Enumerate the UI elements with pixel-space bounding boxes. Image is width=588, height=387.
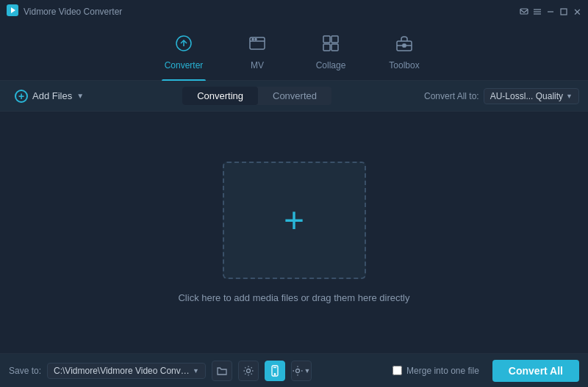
svg-rect-7: [561, 9, 567, 15]
close-btn[interactable]: ✕: [572, 7, 582, 17]
save-path-text: C:\Vidmore\Vidmore Video Converter\Conve…: [54, 366, 190, 376]
svg-rect-14: [331, 36, 338, 43]
tab-mv-label: MV: [251, 60, 264, 70]
drop-zone[interactable]: +: [223, 162, 366, 279]
merge-label: Merge into one file: [406, 366, 479, 376]
add-files-button[interactable]: + Add Files ▼: [9, 87, 90, 106]
message-btn[interactable]: [519, 7, 529, 17]
add-files-label: Add Files: [32, 90, 72, 101]
tab-collage[interactable]: Collage: [294, 23, 368, 81]
svg-point-12: [255, 38, 257, 40]
mv-icon: [248, 34, 267, 56]
svg-point-22: [274, 373, 276, 375]
save-path-wrapper[interactable]: C:\Vidmore\Vidmore Video Converter\Conve…: [47, 363, 206, 379]
title-bar-controls: ✕: [519, 7, 582, 17]
converting-converted-tabs: Converting Converted: [182, 87, 331, 105]
collage-icon: [321, 34, 340, 56]
svg-rect-2: [520, 9, 528, 14]
plus-icon: +: [284, 203, 304, 238]
maximize-btn[interactable]: [559, 7, 569, 17]
convert-all-to-label: Convert All to:: [424, 91, 479, 101]
merge-checkbox[interactable]: [392, 366, 402, 375]
save-to-label: Save to:: [9, 366, 41, 376]
svg-point-24: [296, 369, 300, 372]
open-folder-button[interactable]: [212, 361, 232, 381]
main-content: + Click here to add media files or drag …: [0, 112, 588, 353]
svg-point-20: [246, 369, 250, 372]
tab-toolbox[interactable]: Toolbox: [368, 23, 441, 81]
tab-toolbox-label: Toolbox: [389, 60, 419, 70]
converting-tab[interactable]: Converting: [182, 87, 258, 105]
title-bar-left: Vidmore Video Converter: [6, 4, 122, 20]
svg-point-11: [252, 38, 254, 40]
tab-collage-label: Collage: [316, 60, 346, 70]
format-dropdown[interactable]: AU-Lossl... Quality ▼: [484, 88, 579, 104]
tab-converter[interactable]: Converter: [147, 23, 220, 81]
footer: Save to: C:\Vidmore\Vidmore Video Conver…: [0, 353, 588, 387]
converted-tab[interactable]: Converted: [258, 87, 331, 105]
nav-tabs: Converter MV Collage: [0, 23, 588, 81]
tab-mv[interactable]: MV: [220, 23, 294, 81]
title-bar: Vidmore Video Converter ✕: [0, 0, 588, 23]
settings-button[interactable]: [238, 361, 259, 381]
minimize-btn[interactable]: [545, 7, 556, 17]
svg-rect-15: [323, 44, 330, 51]
merge-checkbox-group: Merge into one file: [392, 366, 479, 376]
format-dropdown-value: AU-Lossl... Quality: [490, 91, 563, 101]
app-icon: [6, 4, 19, 20]
add-files-dropdown-arrow[interactable]: ▼: [76, 92, 84, 100]
add-files-icon: +: [15, 90, 28, 103]
phone-button[interactable]: [265, 361, 285, 381]
tab-converter-label: Converter: [165, 60, 204, 70]
menu-btn[interactable]: [532, 7, 542, 17]
title-text: Vidmore Video Converter: [24, 7, 122, 17]
svg-rect-16: [331, 44, 338, 51]
convert-all-button[interactable]: Convert All: [492, 360, 579, 382]
toolbar: + Add Files ▼ Converting Converted Conve…: [0, 81, 588, 112]
format-dropdown-arrow: ▼: [566, 93, 573, 100]
converter-icon: [174, 34, 193, 56]
svg-rect-19: [403, 44, 406, 47]
svg-rect-13: [323, 36, 330, 43]
toolbox-icon: [395, 34, 414, 56]
settings-gear-button[interactable]: ▼: [291, 361, 312, 381]
drop-hint: Click here to add media files or drag th…: [178, 292, 409, 303]
path-dropdown-arrow: ▼: [193, 367, 199, 375]
